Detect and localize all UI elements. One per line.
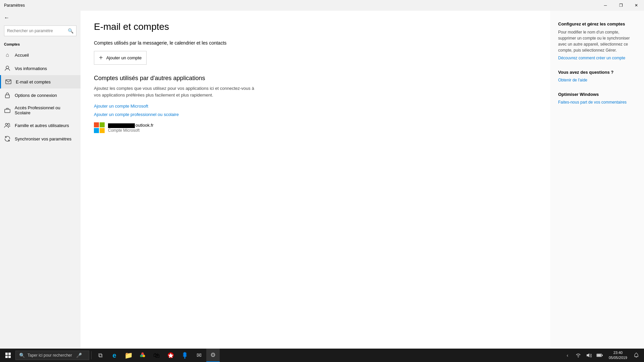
start-sq-2 <box>8 353 11 355</box>
sidebar-item-label-connexion: Options de connexion <box>15 93 57 98</box>
start-button[interactable] <box>1 349 15 362</box>
taskbar-search-text: Taper ici pour rechercher <box>28 353 72 358</box>
sidebar-item-synchroniser[interactable]: Synchroniser vos paramètres <box>0 132 80 145</box>
right-panel-link3[interactable]: Faites-nous part de vos commentaires <box>558 100 627 105</box>
svg-rect-22 <box>602 355 603 356</box>
svg-rect-2 <box>5 95 9 98</box>
account-email: outlook.fr <box>108 123 153 128</box>
ms-logo-red <box>94 122 99 127</box>
search-box[interactable]: 🔍 <box>4 25 76 36</box>
taskbar-app-settings[interactable]: ⚙ <box>206 349 220 362</box>
taskbar-search[interactable]: 🔍 Taper ici pour rechercher 🎤 <box>15 351 89 360</box>
sidebar-item-email-comptes[interactable]: E-mail et comptes <box>0 75 80 88</box>
right-panel-section1: Configurez et gérez les comptes Pour mod… <box>558 21 636 60</box>
svg-marker-19 <box>587 353 589 357</box>
family-icon <box>4 122 11 129</box>
svg-point-4 <box>5 123 7 125</box>
svg-point-5 <box>8 123 10 125</box>
start-sq-1 <box>5 353 8 355</box>
ms-logo-yellow <box>100 128 105 133</box>
close-button[interactable]: ✕ <box>629 0 644 11</box>
back-arrow-icon: ← <box>4 15 9 21</box>
right-panel-title1: Configurez et gérez les comptes <box>558 21 636 26</box>
taskbar-app-dropbox[interactable] <box>178 349 192 362</box>
task-view-icon: ⧉ <box>98 352 103 359</box>
taskbar: 🔍 Taper ici pour rechercher 🎤 ⧉ e 📁 🛍 <box>0 349 644 362</box>
clock-date: 05/05/2019 <box>609 355 627 360</box>
sync-icon <box>4 135 11 142</box>
systray: ‹ <box>562 349 605 362</box>
systray-network[interactable] <box>573 349 583 362</box>
sidebar-item-vos-informations[interactable]: Vos informations <box>0 62 80 75</box>
sidebar-item-label-acces-pro: Accès Professionnel ou Scolaire <box>15 105 76 115</box>
add-microsoft-account-link[interactable]: Ajouter un compte Microsoft <box>94 104 537 109</box>
briefcase-icon <box>4 107 11 114</box>
section2-desc: Ajoutez les comptes que vous utilisez po… <box>94 85 262 98</box>
sidebar: ← 🔍 Comptes ⌂ Accueil Vos informations <box>0 11 80 349</box>
taskbar-right: ‹ <box>562 349 643 362</box>
systray-chevron[interactable]: ‹ <box>562 349 573 362</box>
start-sq-4 <box>8 356 11 358</box>
taskbar-app-task-view[interactable]: ⧉ <box>94 349 107 362</box>
account-email-suffix: outlook.fr <box>136 123 153 128</box>
restore-button[interactable]: ❐ <box>613 0 629 11</box>
taskbar-clock[interactable]: 23:40 05/05/2019 <box>606 349 630 362</box>
sidebar-item-acces-pro[interactable]: Accès Professionnel ou Scolaire <box>0 102 80 119</box>
taskbar-app-5[interactable] <box>164 349 177 362</box>
app5-icon <box>167 352 174 359</box>
microsoft-logo <box>94 122 105 133</box>
right-panel: Configurez et gérez les comptes Pour mod… <box>550 11 644 349</box>
section2-title: Comptes utilisés par d'autres applicatio… <box>94 75 537 82</box>
email-icon <box>5 78 12 85</box>
systray-volume[interactable] <box>584 349 594 362</box>
title-bar-controls: ─ ❐ ✕ <box>598 0 644 11</box>
window-body: ← 🔍 Comptes ⌂ Accueil Vos informations <box>0 11 644 349</box>
chrome-icon <box>139 352 146 359</box>
taskbar-app-mail[interactable]: ✉ <box>192 349 206 362</box>
sidebar-back-button[interactable]: ← <box>0 12 80 23</box>
svg-rect-21 <box>597 354 601 356</box>
sidebar-item-accueil[interactable]: ⌂ Accueil <box>0 48 80 62</box>
taskbar-app-edge[interactable]: e <box>108 349 121 362</box>
settings-icon: ⚙ <box>210 351 216 359</box>
plus-icon: + <box>99 54 103 62</box>
svg-point-9 <box>143 355 145 357</box>
systray-battery[interactable] <box>595 349 605 362</box>
right-panel-link1[interactable]: Découvrez comment créer un compte <box>558 56 625 60</box>
title-bar-title: Paramètres <box>4 3 25 8</box>
account-type: Compte Microsoft <box>108 128 153 133</box>
main-content: E-mail et comptes Comptes utilisés par l… <box>80 11 550 349</box>
right-panel-text1: Pour modifier le nom d'un compte, suppri… <box>558 29 636 53</box>
taskbar-divider-1 <box>91 351 92 359</box>
taskbar-app-store[interactable]: 🛍 <box>150 349 163 362</box>
svg-point-17 <box>184 357 185 359</box>
ms-logo-green <box>100 122 105 127</box>
title-bar: Paramètres ─ ❐ ✕ <box>0 0 644 11</box>
sidebar-item-famille[interactable]: Famille et autres utilisateurs <box>0 119 80 132</box>
add-account-button[interactable]: + Ajouter un compte <box>94 51 147 65</box>
account-info: outlook.fr Compte Microsoft <box>108 123 153 133</box>
add-pro-account-link[interactable]: Ajouter un compte professionnel ou scola… <box>94 112 537 117</box>
svg-rect-3 <box>5 109 10 113</box>
sidebar-item-label-accueil: Accueil <box>15 53 29 58</box>
mail-icon: ✉ <box>197 352 202 359</box>
home-icon: ⌂ <box>4 52 11 58</box>
edge-icon: e <box>112 352 116 359</box>
right-panel-title3: Optimiser Windows <box>558 92 636 97</box>
taskbar-app-chrome[interactable] <box>136 349 149 362</box>
minimize-button[interactable]: ─ <box>598 0 613 11</box>
sidebar-item-label-email: E-mail et comptes <box>16 79 51 84</box>
taskbar-app-explorer[interactable]: 📁 <box>122 349 135 362</box>
search-input[interactable] <box>7 28 66 33</box>
add-account-label: Ajouter un compte <box>106 55 142 60</box>
page-title: E-mail et comptes <box>94 21 537 32</box>
account-item[interactable]: outlook.fr Compte Microsoft <box>94 122 537 133</box>
taskbar-search-icon: 🔍 <box>19 353 25 358</box>
sidebar-item-options-connexion[interactable]: Options de connexion <box>0 88 80 102</box>
search-icon: 🔍 <box>68 28 73 34</box>
right-panel-link2[interactable]: Obtenir de l'aide <box>558 78 587 82</box>
taskbar-mic-icon[interactable]: 🎤 <box>76 353 82 358</box>
clock-time: 23:40 <box>613 350 623 355</box>
notification-button[interactable] <box>631 349 641 362</box>
redacted-email <box>108 123 135 128</box>
